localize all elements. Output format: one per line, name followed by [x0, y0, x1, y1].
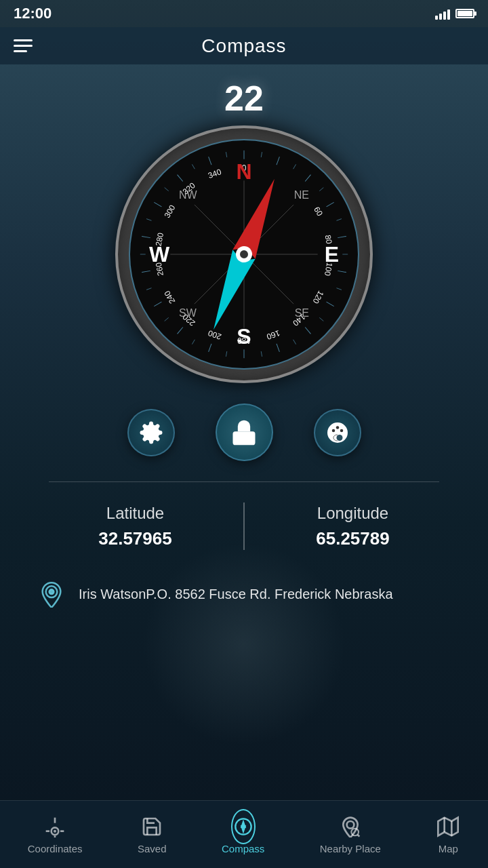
latitude-value: 32.57965 — [41, 528, 230, 549]
main-content: 22 — [0, 64, 488, 800]
nav-coordinates-label: Coordinates — [28, 843, 83, 854]
nav-map[interactable]: Map — [426, 808, 470, 861]
nav-nearby-label: Nearby Place — [320, 843, 381, 854]
status-bar: 12:00 — [0, 0, 488, 27]
svg-line-81 — [357, 835, 359, 837]
nav-coordinates[interactable]: Coordinates — [18, 808, 93, 861]
saved-icon — [140, 814, 164, 839]
nav-compass[interactable]: Compass — [211, 808, 274, 861]
longitude-item: Longitude 65.25789 — [258, 504, 447, 549]
coord-divider — [243, 502, 245, 550]
degree-display: 22 — [224, 78, 264, 119]
bottom-nav: Coordinates Saved Compass — [0, 800, 488, 868]
status-icons — [435, 7, 474, 20]
svg-point-66 — [340, 429, 343, 432]
coordinates-icon — [43, 814, 67, 839]
compass-inner: 0 20 40 60 80 100 120 140 160 180 200 22… — [129, 139, 359, 370]
svg-marker-58 — [232, 174, 285, 259]
longitude-value: 65.25789 — [258, 528, 447, 549]
settings-button[interactable] — [127, 409, 175, 456]
compass-outer: 0 20 40 60 80 100 120 140 160 180 200 22… — [115, 125, 373, 383]
nav-nearby[interactable]: Nearby Place — [310, 808, 391, 861]
svg-marker-78 — [241, 827, 245, 831]
location-pin-icon — [38, 580, 65, 608]
location-section: Iris WatsonP.O. 8562 Fusce Rd. Frederick… — [24, 570, 464, 618]
map-icon — [436, 814, 460, 839]
svg-marker-82 — [439, 818, 458, 836]
lock-button[interactable] — [216, 403, 273, 461]
gear-icon — [139, 420, 163, 445]
svg-point-79 — [346, 821, 354, 829]
latitude-label: Latitude — [41, 504, 230, 523]
latitude-item: Latitude 32.57965 — [41, 504, 230, 549]
compass-container: 0 20 40 60 80 100 120 140 160 180 200 22… — [115, 125, 373, 383]
status-time: 12:00 — [14, 5, 52, 22]
nav-saved[interactable]: Saved — [127, 808, 177, 861]
svg-point-69 — [49, 589, 54, 594]
svg-point-67 — [336, 435, 342, 441]
theme-button[interactable] — [314, 409, 361, 456]
battery-icon — [455, 9, 474, 18]
svg-point-71 — [54, 830, 56, 833]
svg-point-65 — [336, 426, 339, 429]
menu-button[interactable] — [14, 39, 33, 52]
nearby-icon — [338, 814, 363, 839]
svg-marker-77 — [241, 822, 245, 827]
longitude-label: Longitude — [258, 504, 447, 523]
compass-needle — [130, 140, 358, 368]
svg-rect-62 — [233, 431, 256, 445]
app-header: Compass — [0, 27, 488, 64]
svg-marker-59 — [202, 250, 255, 334]
palette-icon — [325, 420, 350, 445]
coordinates-section: Latitude 32.57965 Longitude 65.25789 — [0, 482, 488, 570]
nav-saved-label: Saved — [138, 843, 167, 854]
nav-map-label: Map — [439, 843, 458, 854]
nav-compass-label: Compass — [222, 843, 264, 854]
compass-nav-icon — [231, 814, 256, 839]
location-address: Iris WatsonP.O. 8562 Fusce Rd. Frederick… — [79, 585, 393, 604]
signal-icon — [435, 7, 450, 20]
lock-icon — [229, 418, 259, 448]
action-row — [0, 403, 488, 461]
svg-point-64 — [331, 429, 335, 432]
app-title: Compass — [201, 35, 286, 57]
